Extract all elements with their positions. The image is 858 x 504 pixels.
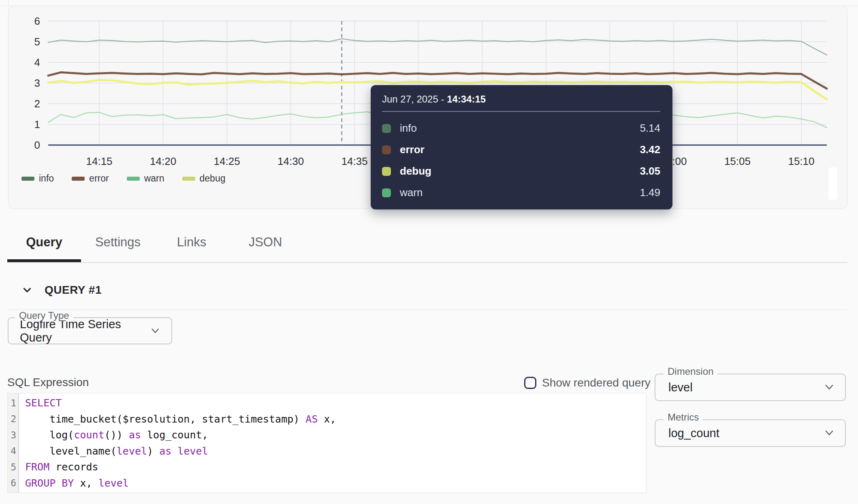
metrics-value: log_count [668,427,719,440]
y-tick-label: 3 [34,77,40,89]
y-tick-label: 6 [34,15,40,27]
code-lines: 1SELECT2 time_bucket($resolution, start_… [8,393,646,491]
tab-json[interactable]: JSON [228,233,302,252]
chart-legend: infoerrorwarndebug [21,173,225,184]
x-tick-label: 15:05 [724,155,751,167]
series-line-info [48,39,827,55]
query-type-label: Query Type [15,311,73,320]
tooltip-date: Jun 27, 2025 - [382,94,444,105]
sql-text [171,445,177,457]
legend-label: warn [144,173,164,184]
x-tick-label: 14:25 [214,155,240,167]
query-section-title: QUERY #1 [45,284,102,297]
tooltip-row-error: error3.42 [382,139,660,160]
code-line: 4 level_name(level) as level [8,443,646,459]
chevron-down-icon [823,429,835,437]
tooltip-row-info: info5.14 [382,117,660,139]
tooltip-row-debug: debug3.05 [382,160,660,182]
tooltip-time: 14:34:15 [447,94,486,105]
y-tick-label: 0 [34,139,40,151]
tooltip-divider [382,111,660,112]
sql-text: log_count, [141,429,208,441]
sql-keyword: FROM [25,461,49,473]
code-text: SELECT [18,397,62,409]
sql-text: time_bucket($resolution, start_timestamp… [25,413,305,425]
code-line: 6GROUP BY x, level [8,475,646,491]
y-tick-label: 2 [34,98,40,110]
legend-item-info[interactable]: info [21,173,54,184]
code-line: 2 time_bucket($resolution, start_timesta… [8,411,646,427]
tab-query[interactable]: Query [7,233,81,252]
tooltip-series-value: 3.42 [640,143,660,156]
query-section-toggle[interactable]: QUERY #1 [21,284,102,297]
show-rendered-query-control: Show rendered query [524,376,651,389]
code-text: level_name(level) as level [18,445,208,457]
sql-keyword: level [98,477,129,489]
tooltip-swatch-info [382,124,391,133]
chart-tooltip: Jun 27, 2025 - 14:34:15 info5.14error3.4… [371,85,672,209]
tab-settings[interactable]: Settings [81,233,155,252]
active-tab-underline [7,259,81,262]
code-text: FROM records [18,461,98,473]
code-line: 3 log(count()) as log_count, [8,427,646,443]
scrollbar-thumb[interactable] [828,167,837,200]
y-tick-label: 4 [34,56,40,68]
legend-item-error[interactable]: error [72,173,109,184]
sql-text: log( [25,429,74,441]
line-number: 4 [8,446,18,456]
metrics-select[interactable]: log_count [655,419,846,447]
x-tick-label: 14:15 [86,155,112,167]
show-rendered-query-label: Show rendered query [542,376,651,389]
y-tick-label: 5 [34,36,40,48]
code-line: 5FROM records [8,459,646,475]
tabs-divider [7,262,847,263]
sql-text: ) [147,445,159,457]
y-tick-label: 1 [34,118,40,130]
sql-text: level_name( [25,445,117,457]
tab-bar: QuerySettingsLinksJSON [7,233,302,252]
code-text: log(count()) as log_count, [18,429,208,441]
legend-label: debug [200,173,226,184]
show-rendered-query-checkbox[interactable] [524,377,536,389]
tooltip-series-value: 1.49 [640,186,660,199]
tab-links[interactable]: Links [155,233,228,252]
x-tick-label: 15:10 [788,155,814,167]
line-number: 5 [8,462,18,472]
line-number: 1 [8,398,18,408]
x-tick-label: 14:35 [341,155,368,167]
dimension-select[interactable]: level [655,374,846,401]
code-line: 1SELECT [8,395,646,411]
query-section-divider [7,310,847,310]
tooltip-series-name: warn [400,186,423,199]
line-number: 6 [8,478,18,488]
legend-swatch-info [21,177,34,181]
tooltip-swatch-warn [382,188,391,197]
code-text: GROUP BY x, level [18,477,129,489]
metrics-label: Metrics [664,412,703,422]
legend-label: error [89,173,109,184]
tooltip-series-name: info [400,122,417,135]
sql-keyword: level [177,445,208,457]
tooltip-series-value: 3.05 [640,165,660,177]
tooltip-rows: info5.14error3.42debug3.05warn1.49 [382,117,660,203]
legend-item-warn[interactable]: warn [127,173,164,184]
legend-swatch-debug [182,177,195,181]
tooltip-title: Jun 27, 2025 - 14:34:15 [382,94,660,105]
sql-text: records [49,461,98,473]
sql-keyword: count [74,429,104,441]
sql-keyword: SELECT [25,397,62,409]
x-tick-label: 14:20 [150,155,176,167]
legend-swatch-error [72,177,85,181]
legend-swatch-warn [127,177,140,181]
query-type-value: Logfire Time Series Query [20,318,149,344]
sql-keyword: AS [305,413,318,425]
tooltip-row-warn: warn1.49 [382,182,660,203]
sql-text: ()) [105,429,129,441]
sql-expression-label: SQL Expression [7,376,89,389]
sql-code-editor[interactable]: 1SELECT2 time_bucket($resolution, start_… [7,393,647,493]
chevron-down-icon [823,383,835,391]
chevron-down-icon [21,284,33,296]
sql-text: x, [318,413,336,425]
query-type-select[interactable]: Logfire Time Series Query [8,317,172,344]
legend-item-debug[interactable]: debug [182,173,226,184]
